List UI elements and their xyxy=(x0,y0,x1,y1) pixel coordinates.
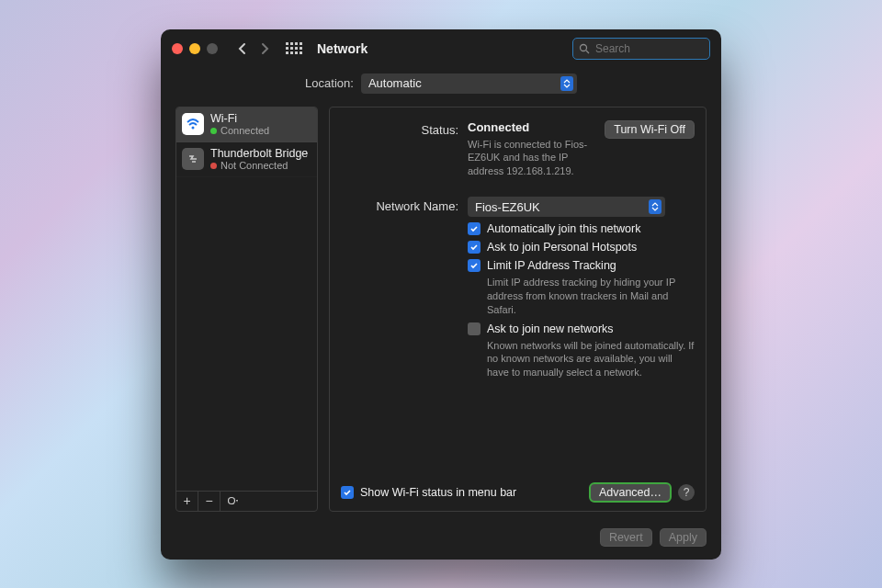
help-button[interactable]: ? xyxy=(678,484,695,501)
apply-button[interactable]: Apply xyxy=(660,528,707,547)
status-dot-icon xyxy=(210,163,217,169)
location-value: Automatic xyxy=(368,76,422,90)
close-icon[interactable] xyxy=(172,43,183,54)
sidebar-item-label: Thunderbolt Bridge xyxy=(210,147,308,160)
wifi-icon xyxy=(182,113,204,135)
search-field[interactable] xyxy=(572,38,710,60)
minimize-icon[interactable] xyxy=(189,43,200,54)
status-description: Wi-Fi is connected to Fios-EZ6UK and has… xyxy=(468,138,595,179)
network-preferences-window: Network Location: Automatic Wi- xyxy=(161,29,721,560)
body: Wi-Fi Connected Thunderbolt Bridge Not C… xyxy=(161,107,721,521)
add-interface-button[interactable]: + xyxy=(176,492,198,511)
checkbox-icon xyxy=(468,222,481,235)
checkbox-icon xyxy=(468,259,481,272)
svg-point-0 xyxy=(581,44,587,51)
checkbox-icon xyxy=(468,322,481,335)
remove-interface-button[interactable]: − xyxy=(198,492,220,511)
status-label: Status: xyxy=(341,120,458,137)
wifi-toggle-button[interactable]: Turn Wi-Fi Off xyxy=(605,120,695,139)
svg-point-2 xyxy=(192,127,195,130)
checkbox-ask-hotspots[interactable]: Ask to join Personal Hotspots xyxy=(468,241,695,254)
footer: Revert Apply xyxy=(161,521,721,560)
detail-panel: Status: Connected Wi-Fi is connected to … xyxy=(329,107,707,512)
network-name-label: Network Name: xyxy=(341,197,458,213)
back-button[interactable] xyxy=(234,40,251,57)
thunderbolt-icon xyxy=(182,148,204,170)
ask-new-networks-description: Known networks will be joined automatica… xyxy=(487,339,695,380)
chevron-updown-icon xyxy=(560,76,573,91)
checkbox-menu-bar[interactable]: Show Wi-Fi status in menu bar xyxy=(341,486,516,499)
status-dot-icon xyxy=(210,128,217,134)
location-label: Location: xyxy=(305,76,354,90)
network-name-value: Fios-EZ6UK xyxy=(475,200,540,214)
advanced-button[interactable]: Advanced… xyxy=(590,483,671,502)
show-all-icon[interactable] xyxy=(284,39,304,59)
revert-button[interactable]: Revert xyxy=(600,528,652,547)
checkbox-limit-tracking[interactable]: Limit IP Address Tracking xyxy=(468,259,695,272)
fullscreen-icon xyxy=(207,43,218,54)
checkbox-ask-new-networks[interactable]: Ask to join new networks xyxy=(468,322,695,335)
checkbox-icon xyxy=(468,241,481,254)
window-title: Network xyxy=(317,41,368,56)
sidebar-item-thunderbolt-bridge[interactable]: Thunderbolt Bridge Not Connected xyxy=(176,142,317,177)
status-value: Connected xyxy=(468,120,595,134)
sidebar-item-status: Connected xyxy=(220,125,269,137)
sidebar-actions: + − xyxy=(176,491,317,511)
network-name-select[interactable]: Fios-EZ6UK xyxy=(468,197,665,217)
chevron-updown-icon xyxy=(649,199,662,214)
svg-line-1 xyxy=(586,51,589,53)
search-input[interactable] xyxy=(595,42,704,55)
sidebar-item-wifi[interactable]: Wi-Fi Connected xyxy=(176,107,317,142)
location-row: Location: Automatic xyxy=(161,68,721,107)
sidebar-item-label: Wi-Fi xyxy=(210,112,269,125)
traffic-lights xyxy=(172,43,218,54)
search-icon xyxy=(579,43,590,54)
interfaces-sidebar: Wi-Fi Connected Thunderbolt Bridge Not C… xyxy=(175,107,318,512)
location-select[interactable]: Automatic xyxy=(361,74,577,94)
titlebar: Network xyxy=(161,29,721,68)
nav-arrows xyxy=(234,40,273,57)
checkbox-icon xyxy=(341,486,354,499)
limit-tracking-description: Limit IP address tracking by hiding your… xyxy=(487,276,695,317)
checkbox-auto-join[interactable]: Automatically join this network xyxy=(468,222,695,235)
sidebar-item-status: Not Connected xyxy=(220,160,288,172)
interface-options-button[interactable] xyxy=(220,492,246,511)
svg-point-3 xyxy=(229,498,235,504)
forward-button[interactable] xyxy=(256,40,273,57)
